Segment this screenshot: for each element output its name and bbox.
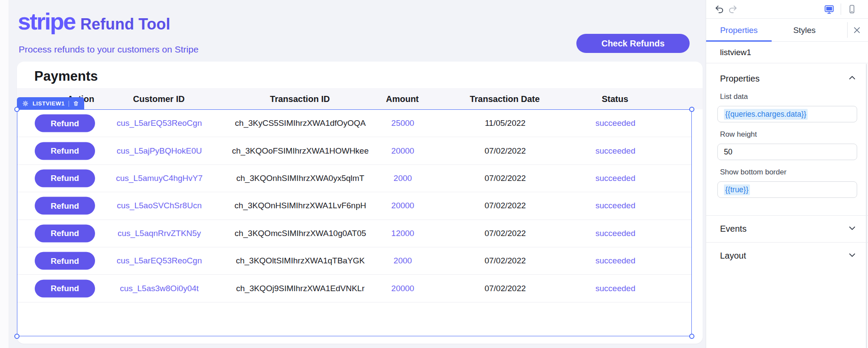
app-header: stripe Refund Tool <box>18 8 170 35</box>
refund-button[interactable]: Refund <box>35 197 95 215</box>
desktop-view-icon[interactable] <box>824 4 835 15</box>
properties-section-title: Properties <box>720 74 760 84</box>
transaction-date-cell: 07/02/2022 <box>484 284 526 293</box>
refund-button[interactable]: Refund <box>35 115 95 132</box>
listview-widget[interactable]: Refundcus_L5arEQ53ReoCgnch_3KyCS5SIMIhrz… <box>17 109 692 336</box>
panel-scrollbar[interactable] <box>866 64 867 348</box>
inspector-panel: Properties Styles listview1 Properties L… <box>706 0 868 348</box>
transaction-id-cell: ch_3KQOnHSIMIhrzXWA1LvF6npH <box>234 201 366 210</box>
transaction-id-cell: ch_3KQOnhSIMIhrzXWA0yx5qlmT <box>237 174 365 183</box>
transaction-date-cell: 07/02/2022 <box>484 146 526 156</box>
column-header: Amount <box>386 94 419 104</box>
layout-section-header[interactable]: Layout <box>706 242 868 269</box>
input-value: {{true}} <box>724 184 750 195</box>
customer-id-cell: cus_L5ajPyBQHokE0U <box>117 146 202 156</box>
amount-cell: 2000 <box>394 256 412 266</box>
customer-id-cell: cus_L5aoSVChSr8Ucn <box>117 201 201 210</box>
row-height-input[interactable]: 50 <box>717 144 857 160</box>
refund-button[interactable]: Refund <box>35 252 95 270</box>
refund-button[interactable]: Refund <box>35 169 95 187</box>
customer-id-cell: cus_L5arEQ53ReoCgn <box>117 256 202 266</box>
status-cell: succeeded <box>595 118 635 128</box>
chevron-down-icon <box>847 250 857 262</box>
transaction-id-cell: ch_3KQOltSIMIhrzXWA1qTBaYGK <box>236 256 365 266</box>
list-item: Refundcus_L5aqnRrvZTKN5ych_3KQOmcSIMIhrz… <box>17 220 691 247</box>
selected-widget-name: listview1 <box>706 42 868 63</box>
customer-id-cell: cus_L5aqnRrvZTKN5y <box>118 229 201 238</box>
widget-settings-gear-icon[interactable] <box>22 100 29 107</box>
transaction-date-cell: 07/02/2022 <box>484 229 526 238</box>
column-header: Customer ID <box>133 94 185 104</box>
show-bottom-border-input[interactable]: {{true}} <box>717 181 857 198</box>
status-cell: succeeded <box>595 284 635 293</box>
amount-cell: 20000 <box>391 284 414 293</box>
app-title: Refund Tool <box>80 15 170 33</box>
customer-id-cell: cus_L5amuyC4hgHvY7 <box>116 174 203 183</box>
refund-button[interactable]: Refund <box>35 142 95 160</box>
transaction-date-cell: 07/02/2022 <box>484 256 526 266</box>
status-cell: succeeded <box>595 229 635 238</box>
transaction-id-cell: ch_3KQOj9SIMIhrzXWA1EdVNKLr <box>236 284 365 293</box>
payments-card: Payments ActionCustomer IDTransaction ID… <box>17 62 703 344</box>
list-item: Refundcus_L5arEQ53ReoCgnch_3KQOltSIMIhrz… <box>17 247 691 275</box>
list-data-input[interactable]: {{queries.charges.data}} <box>717 106 857 122</box>
property-field-label: Row height <box>720 130 857 139</box>
list-item: Refundcus_L5amuyC4hgHvY7ch_3KQOnhSIMIhrz… <box>17 165 691 192</box>
mobile-view-icon[interactable] <box>847 4 857 14</box>
list-item: Refundcus_L5arEQ53ReoCgnch_3KyCS5SIMIhrz… <box>17 110 691 137</box>
tab-styles[interactable]: Styles <box>772 19 837 41</box>
events-section-title: Events <box>720 224 746 234</box>
redo-icon[interactable] <box>728 4 738 14</box>
widget-badge-label: LISTVIEW1 <box>33 100 65 107</box>
list-item: Refundcus_L5ajPyBQHokE0Uch_3KQOoFSIMIhrz… <box>17 137 691 164</box>
inspector-toolbar <box>706 0 868 19</box>
layout-section-title: Layout <box>720 251 746 261</box>
resize-handle-bottom-left[interactable] <box>14 334 20 339</box>
chevron-down-icon <box>847 223 857 235</box>
property-field-label: Show bottom border <box>720 168 857 177</box>
status-cell: succeeded <box>595 256 635 266</box>
refund-button[interactable]: Refund <box>35 224 95 242</box>
properties-section-header[interactable]: Properties <box>706 63 868 85</box>
transaction-id-cell: ch_3KQOoFSIMIhrzXWA1HOWHkee <box>232 146 369 156</box>
badge-divider <box>69 101 69 107</box>
tabs-divider <box>847 22 848 38</box>
customer-id-cell: cus_L5arEQ53ReoCgn <box>117 118 202 128</box>
transaction-id-cell: ch_3KyCS5SIMIhrzXWA1dfOyOQA <box>235 118 365 128</box>
table-header: ActionCustomer IDTransaction IDAmountTra… <box>17 88 703 109</box>
property-field-label: List data <box>720 92 857 101</box>
resize-handle-top-left[interactable] <box>14 107 20 112</box>
app-canvas: stripe Refund Tool Process refunds to yo… <box>9 0 706 348</box>
inspector-tabs: Properties Styles <box>706 19 868 42</box>
amount-cell: 2000 <box>394 174 412 183</box>
chevron-up-icon <box>847 73 857 85</box>
check-refunds-button[interactable]: Check Refunds <box>576 34 690 53</box>
payments-title: Payments <box>34 69 98 84</box>
amount-cell: 12000 <box>391 229 414 238</box>
stripe-logo: stripe <box>18 8 75 35</box>
list-item: Refundcus_L5aoSVChSr8Ucnch_3KQOnHSIMIhrz… <box>17 192 691 220</box>
tab-properties[interactable]: Properties <box>706 19 772 41</box>
widget-badge[interactable]: LISTVIEW1 <box>17 97 84 110</box>
events-section-header[interactable]: Events <box>706 215 868 242</box>
transaction-date-cell: 07/02/2022 <box>484 174 526 183</box>
column-header: Transaction Date <box>470 94 539 104</box>
column-header: Status <box>602 94 628 104</box>
widget-delete-trash-icon[interactable] <box>73 100 79 107</box>
status-cell: succeeded <box>595 146 635 156</box>
column-header: Transaction ID <box>270 94 330 104</box>
transaction-id-cell: ch_3KQOmcSIMIhrzXWA10g0AT05 <box>234 229 366 238</box>
transaction-date-cell: 11/05/2022 <box>485 118 526 128</box>
resize-handle-top-right[interactable] <box>689 107 694 112</box>
undo-icon[interactable] <box>714 4 724 14</box>
close-icon[interactable] <box>852 25 862 35</box>
refund-button[interactable]: Refund <box>35 279 95 297</box>
amount-cell: 25000 <box>391 118 414 128</box>
app-subtitle: Process refunds to your customers on Str… <box>19 44 198 55</box>
status-cell: succeeded <box>595 201 635 210</box>
input-value: {{queries.charges.data}} <box>724 109 808 120</box>
status-cell: succeeded <box>595 174 635 183</box>
list-item: Refundcus_L5as3w8Oi0y04tch_3KQOj9SIMIhrz… <box>17 275 691 302</box>
amount-cell: 20000 <box>391 201 414 210</box>
resize-handle-bottom-right[interactable] <box>689 334 694 339</box>
